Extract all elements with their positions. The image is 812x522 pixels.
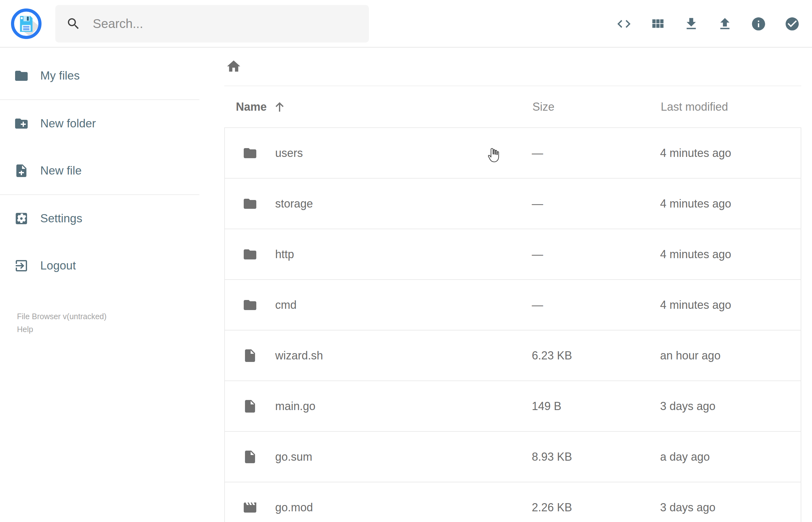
file-size: 149 B [532,400,660,413]
file-name: storage [275,197,532,210]
sidebar-item-settings[interactable]: Settings [0,195,199,242]
column-header-modified[interactable]: Last modified [661,100,801,114]
folder-icon [242,247,258,262]
version-text: File Browser v(untracked) [17,312,107,321]
file-icon [242,399,258,414]
file-listing-panel: Name Size Last modified users — 4 minute… [224,48,801,522]
file-modified: 4 minutes ago [660,298,801,312]
file-name: http [275,248,532,261]
search-bar[interactable] [55,5,369,42]
upload-button[interactable] [717,16,733,32]
folder-icon [242,146,258,161]
column-header-size[interactable]: Size [532,100,661,114]
search-icon [66,16,81,31]
file-name: cmd [275,298,532,312]
file-size: — [532,197,660,210]
info-button[interactable] [751,16,766,32]
file-modified: 3 days ago [660,501,801,514]
movie-icon [242,500,258,515]
note-add-icon [14,163,29,178]
help-link[interactable]: Help [17,324,33,335]
check-circle-icon [784,16,800,32]
sort-ascending-icon [273,100,286,114]
switch-view-button[interactable] [650,16,666,32]
file-modified: 4 minutes ago [660,197,801,210]
sidebar-item-new-folder[interactable]: New folder [0,100,199,147]
file-row[interactable]: main.go 149 B 3 days ago [224,381,801,432]
download-button[interactable] [683,16,699,32]
file-icon [242,449,258,464]
file-row[interactable]: wizard.sh 6.23 KB an hour ago [224,330,801,381]
sidebar-item-label: Logout [40,259,76,272]
raw-view-button[interactable] [616,16,632,32]
code-icon [616,16,632,32]
sidebar-item-label: Settings [40,212,82,225]
home-icon [226,59,242,74]
file-size: — [532,298,660,312]
folder-icon [242,196,258,211]
create-new-folder-icon [14,116,29,131]
file-listing: users — 4 minutes ago storage — 4 minute… [224,127,801,522]
file-row[interactable]: http — 4 minutes ago [224,228,801,280]
file-name: wizard.sh [275,349,532,362]
file-size: 6.23 KB [532,349,660,362]
logout-icon [14,258,29,273]
file-row[interactable]: storage — 4 minutes ago [224,178,801,229]
top-bar [0,0,812,48]
file-modified: 4 minutes ago [660,248,801,261]
listing-header: Name Size Last modified [224,86,801,127]
column-header-name[interactable]: Name [236,100,532,114]
file-name: main.go [275,400,532,413]
sidebar: My files New folder New file Settings Lo… [0,48,199,522]
info-icon [751,16,766,32]
file-size: 8.93 KB [532,450,660,463]
file-modified: 4 minutes ago [660,146,801,160]
sidebar-item-label: New file [40,164,82,177]
home-button[interactable] [226,59,242,74]
sidebar-item-label: New folder [40,117,96,130]
file-row[interactable]: cmd — 4 minutes ago [224,279,801,330]
file-size: 2.26 KB [532,501,660,514]
upload-icon [717,16,733,32]
file-size: — [532,146,660,160]
file-name: go.mod [275,501,532,514]
breadcrumb [226,59,801,74]
file-row[interactable]: go.mod 2.26 KB 3 days ago [224,482,801,522]
file-row[interactable]: go.sum 8.93 KB a day ago [224,431,801,482]
file-name: go.sum [275,450,532,463]
file-modified: 3 days ago [660,400,801,413]
sidebar-item-new-file[interactable]: New file [0,147,199,194]
sidebar-item-logout[interactable]: Logout [0,242,199,289]
search-input[interactable] [93,17,351,31]
sidebar-footer: File Browser v(untracked) Help [17,311,107,335]
file-modified: a day ago [660,450,801,463]
grid-icon [650,16,666,32]
select-multiple-button[interactable] [784,16,800,32]
file-icon [242,348,258,363]
folder-icon [242,298,258,313]
settings-icon [14,211,29,226]
file-row[interactable]: users — 4 minutes ago [224,127,801,179]
sidebar-item-my-files[interactable]: My files [0,52,199,99]
file-size: — [532,248,660,261]
file-name: users [275,146,532,160]
download-icon [683,16,699,32]
file-modified: an hour ago [660,349,801,362]
folder-icon [14,68,29,83]
sidebar-item-label: My files [40,69,80,82]
filebrowser-logo-icon [11,8,42,39]
toolbar-actions [616,0,800,48]
